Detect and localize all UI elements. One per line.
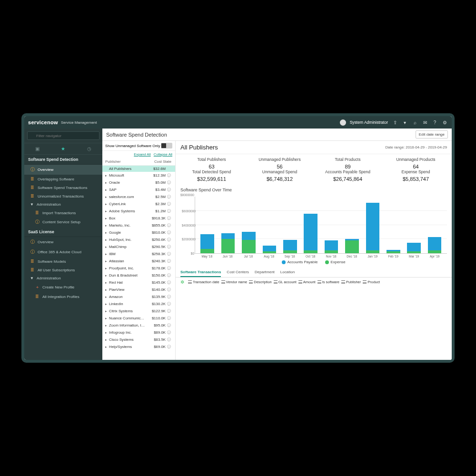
expand-icon[interactable]: ▸ <box>105 252 109 256</box>
chart-bar[interactable] <box>387 197 400 253</box>
expand-icon[interactable]: ▸ <box>105 174 109 178</box>
expand-icon[interactable]: ▸ <box>105 274 109 278</box>
sidebar-item-overview[interactable]: ⓘOverview <box>24 237 102 247</box>
expand-icon[interactable]: ▸ <box>105 288 109 292</box>
publisher-row[interactable]: ▸IBM$258.3Kⓘ <box>102 250 175 258</box>
expand-icon[interactable]: ▸ <box>105 317 109 320</box>
tab-software-transactions[interactable]: Software Transactions <box>180 268 221 277</box>
chart-bar[interactable] <box>200 197 214 253</box>
sidebar-item-software-models[interactable]: ≣Software Models <box>24 257 102 266</box>
dropdown-icon[interactable]: ▾ <box>402 119 408 126</box>
table-settings-icon[interactable]: ✲ <box>180 279 184 285</box>
expand-icon[interactable]: ▸ <box>105 267 109 270</box>
expand-icon[interactable]: ▸ <box>105 281 109 285</box>
publisher-row[interactable]: ▸Adobe Systems$1.2Mⓘ <box>102 208 175 215</box>
chart-bar[interactable] <box>242 197 256 253</box>
chat-icon[interactable]: ✉ <box>422 119 428 126</box>
expand-all-link[interactable]: Expand All <box>134 152 150 157</box>
sidebar-item-office-365-adobe-cloud[interactable]: ⓘOffice 365 & Adobe Cloud <box>24 247 102 257</box>
publisher-row[interactable]: ▸Microsoft$12.3Mⓘ <box>102 172 175 179</box>
column-header[interactable]: Vendor name <box>221 280 248 284</box>
expand-icon[interactable]: ▸ <box>105 331 109 335</box>
publisher-row[interactable]: ▸salesforce.com$2.5Mⓘ <box>102 193 175 200</box>
expand-icon[interactable]: ▸ <box>105 309 109 313</box>
publisher-row[interactable]: ▸Help/Systems$69.0Kⓘ <box>102 343 175 350</box>
expand-icon[interactable]: ▸ <box>105 302 109 306</box>
search-icon[interactable]: ⌕ <box>412 119 418 126</box>
column-header[interactable]: Transaction date <box>188 280 219 284</box>
user-name[interactable]: System Administrator <box>350 120 388 125</box>
publisher-row[interactable]: ▸Infogroup Inc.$89.0Kⓘ <box>102 329 175 336</box>
nav-tab-favorites[interactable]: ★ <box>50 146 76 151</box>
expand-icon[interactable]: ▸ <box>105 259 109 263</box>
expand-icon[interactable]: ▸ <box>105 224 109 228</box>
column-header[interactable]: Description <box>249 280 272 284</box>
chart-bar[interactable] <box>428 197 442 253</box>
publisher-row[interactable]: ▸Google$810.0Kⓘ <box>102 229 175 236</box>
chart-bar[interactable] <box>325 197 338 253</box>
chart-bar[interactable] <box>263 197 277 253</box>
nav-tab-all[interactable]: ▣ <box>24 146 50 151</box>
tab-cost-centers[interactable]: Cost Centers <box>227 268 249 277</box>
expand-icon[interactable]: ▸ <box>105 188 109 192</box>
sidebar-item-import-transactions[interactable]: ≣Import Transactions <box>24 208 102 217</box>
column-header[interactable]: Is software <box>317 280 339 284</box>
expand-icon[interactable]: ▸ <box>105 345 109 349</box>
filter-navigator-input[interactable] <box>27 131 99 140</box>
publisher-row[interactable]: ▸Zoom Information, Inc.$95.0Kⓘ <box>102 322 175 329</box>
publisher-row[interactable]: All Publishers$32.6M <box>102 166 175 172</box>
chart-bar[interactable] <box>221 197 235 253</box>
sidebar-item-content-service-setup[interactable]: ⓘContent Service Setup <box>24 217 102 227</box>
publisher-row[interactable]: ▸Cisco Systems$83.5Kⓘ <box>102 336 175 343</box>
sidebar-item-software-spend-transactions[interactable]: ≣Software Spend Transactions <box>24 183 102 192</box>
expand-icon[interactable]: ▸ <box>105 324 109 327</box>
unmanaged-only-toggle[interactable] <box>161 143 172 149</box>
sidebar-item-overlapping-software[interactable]: ≣Overlapping Software <box>24 175 102 183</box>
sidebar-item-unnormalized-transactions[interactable]: ≣Unnormalized Transactions <box>24 192 102 200</box>
sidebar-item-administration[interactable]: ▼Administration <box>24 200 102 208</box>
publisher-row[interactable]: ▸Atlassian$240.3Kⓘ <box>102 258 175 265</box>
sidebar-item-all-user-subscriptions[interactable]: ≣All User Subscriptions <box>24 266 102 274</box>
column-header[interactable]: Amount <box>298 280 316 284</box>
tab-location[interactable]: Location <box>280 268 295 277</box>
expand-icon[interactable]: ▸ <box>105 231 109 235</box>
expand-icon[interactable]: ▸ <box>105 209 109 213</box>
column-header[interactable]: Publisher <box>341 280 361 284</box>
publisher-row[interactable]: ▸Dun & Bradstreet$150.0Kⓘ <box>102 272 175 279</box>
chart-bar[interactable] <box>304 197 317 253</box>
publisher-row[interactable]: ▸SAP$3.4Mⓘ <box>102 186 175 193</box>
publisher-row[interactable]: ▸MailChimp$290.5Kⓘ <box>102 243 175 250</box>
chart-bar[interactable] <box>283 197 297 253</box>
publisher-row[interactable]: ▸Amazon$135.9Kⓘ <box>102 293 175 300</box>
publisher-row[interactable]: ▸Citrix Systems$122.9Kⓘ <box>102 307 175 315</box>
chart-bar[interactable] <box>366 197 380 253</box>
publisher-row[interactable]: ▸CyberLink$2.3Mⓘ <box>102 200 175 208</box>
column-header[interactable]: GL account <box>274 280 297 284</box>
publisher-row[interactable]: ▸Red Hat$145.0Kⓘ <box>102 279 175 286</box>
expand-icon[interactable]: ▸ <box>105 195 109 199</box>
expand-icon[interactable]: ▸ <box>105 238 109 242</box>
sidebar-item-overview[interactable]: ⓘOverview <box>24 165 102 175</box>
sidebar-item-administration[interactable]: ▼Administration <box>24 274 102 282</box>
expand-icon[interactable]: ▸ <box>105 181 109 185</box>
sidebar-item-create-new-profile[interactable]: ＋Create New Profile <box>24 282 102 292</box>
publisher-row[interactable]: ▸Marketo, Inc.$855.0Kⓘ <box>102 222 175 229</box>
sidebar-item-all-integration-profiles[interactable]: ≣All Integration Profiles <box>24 292 102 301</box>
collapse-all-link[interactable]: Collapse All <box>154 152 172 157</box>
avatar[interactable] <box>340 119 346 126</box>
publisher-row[interactable]: ▸Nuance Communications$110.0Kⓘ <box>102 315 175 322</box>
publisher-row[interactable]: ▸Oracle$5.0Mⓘ <box>102 179 175 186</box>
chart-bar[interactable] <box>345 197 359 253</box>
publisher-row[interactable]: ▸Proofpoint, Inc.$178.0Kⓘ <box>102 265 175 272</box>
nav-tab-history[interactable]: ◷ <box>77 146 102 151</box>
expand-icon[interactable]: ▸ <box>105 202 109 206</box>
expand-icon[interactable]: ▸ <box>105 295 109 299</box>
edit-date-range-button[interactable]: Edit date range <box>416 130 448 139</box>
column-header[interactable]: Product <box>363 280 380 284</box>
publisher-row[interactable]: ▸HubSpot, Inc.$250.6Kⓘ <box>102 236 175 243</box>
upload-icon[interactable]: ⇪ <box>392 119 398 126</box>
tab-department[interactable]: Department <box>255 268 275 277</box>
publisher-row[interactable]: ▸PlanView$140.0Kⓘ <box>102 286 175 293</box>
chart-bar[interactable] <box>407 197 421 253</box>
gear-icon[interactable]: ⚙ <box>442 119 448 126</box>
